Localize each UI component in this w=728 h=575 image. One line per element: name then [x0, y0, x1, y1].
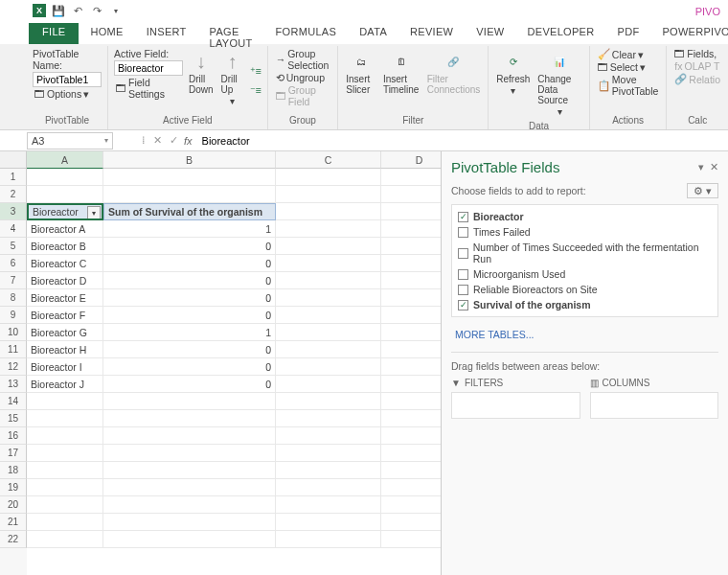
row-header[interactable]: 3: [0, 203, 27, 220]
checkbox-icon[interactable]: [458, 248, 468, 259]
cell[interactable]: [276, 479, 381, 496]
expand-field-icon[interactable]: ⁺≡: [250, 65, 262, 77]
cell[interactable]: 0: [103, 341, 276, 358]
pane-dropdown-icon[interactable]: ▾: [698, 161, 704, 173]
field-settings-button[interactable]: 🗔Field Settings: [114, 77, 183, 100]
cell[interactable]: Bioreactor I: [27, 358, 103, 376]
checkbox-icon[interactable]: [458, 269, 468, 280]
row-header[interactable]: 9: [0, 307, 27, 324]
row-header[interactable]: 12: [0, 358, 27, 376]
cell[interactable]: [103, 445, 276, 462]
active-field-input[interactable]: [114, 60, 183, 76]
cell[interactable]: 0: [103, 272, 276, 289]
options-button[interactable]: 🗔Options ▾: [33, 88, 102, 100]
tab-view[interactable]: VIEW: [465, 23, 515, 44]
row-header[interactable]: 16: [0, 427, 27, 445]
tab-file[interactable]: FILE: [29, 23, 79, 44]
clear-button[interactable]: 🧹 Clear ▾: [596, 48, 660, 60]
cell[interactable]: Bioreactor D: [27, 272, 103, 289]
row-header[interactable]: 14: [0, 393, 27, 410]
redo-icon[interactable]: ↷: [90, 4, 103, 17]
column-header[interactable]: A: [27, 151, 103, 169]
cell[interactable]: [276, 186, 381, 203]
tab-formulas[interactable]: FORMULAS: [264, 23, 349, 44]
row-header[interactable]: 6: [0, 255, 27, 272]
cell[interactable]: [276, 220, 381, 238]
row-header[interactable]: 22: [0, 531, 27, 548]
pivot-filter-icon[interactable]: ▾: [87, 206, 101, 219]
cell[interactable]: [27, 479, 103, 496]
cell[interactable]: [27, 445, 103, 462]
refresh-button[interactable]: ⟳Refresh ▾: [494, 48, 532, 119]
cell[interactable]: [103, 479, 276, 496]
cell[interactable]: 1: [103, 324, 276, 341]
field-list-item[interactable]: Microorganism Used: [454, 266, 716, 282]
cell[interactable]: [27, 169, 103, 186]
row-header[interactable]: 18: [0, 462, 27, 479]
cell[interactable]: [103, 514, 276, 531]
tab-review[interactable]: REVIEW: [398, 23, 465, 44]
checkbox-icon[interactable]: ✓: [458, 300, 468, 310]
ungroup-button[interactable]: ⟲ Ungroup: [274, 72, 332, 83]
cell[interactable]: [276, 393, 381, 410]
row-header[interactable]: 4: [0, 220, 27, 238]
row-header[interactable]: 5: [0, 238, 27, 255]
cell[interactable]: [27, 531, 103, 548]
select-all-corner[interactable]: [0, 151, 27, 169]
cell[interactable]: [27, 462, 103, 479]
row-header[interactable]: 1: [0, 169, 27, 186]
pivottable-name-input[interactable]: [33, 72, 102, 87]
insert-slicer-button[interactable]: 🗂Insert Slicer: [344, 48, 377, 113]
cell[interactable]: [276, 427, 381, 445]
cell[interactable]: [276, 410, 381, 427]
checkbox-icon[interactable]: [458, 227, 468, 238]
row-header[interactable]: 2: [0, 186, 27, 203]
undo-icon[interactable]: ↶: [71, 4, 84, 17]
tab-page-layout[interactable]: PAGE LAYOUT: [198, 23, 264, 44]
row-header[interactable]: 8: [0, 289, 27, 307]
cell[interactable]: Bioreactor E: [27, 289, 103, 307]
cell[interactable]: [276, 272, 381, 289]
drill-up-button[interactable]: ↑ Drill Up ▾: [219, 48, 246, 113]
field-list-item[interactable]: Reliable Bioreactors on Site: [454, 282, 716, 297]
insert-timeline-button[interactable]: 🗓Insert Timeline: [381, 48, 421, 113]
cell[interactable]: [276, 514, 381, 531]
cell[interactable]: [103, 496, 276, 514]
change-data-source-button[interactable]: 📊Change Data Source ▾: [535, 48, 583, 119]
row-header[interactable]: 20: [0, 496, 27, 514]
move-pivottable-button[interactable]: 📋 Move PivotTable: [596, 74, 660, 97]
cell[interactable]: [276, 255, 381, 272]
row-header[interactable]: 10: [0, 324, 27, 341]
cell[interactable]: [103, 427, 276, 445]
tab-powerpivot[interactable]: POWERPIVOT: [650, 23, 728, 44]
cell[interactable]: [27, 514, 103, 531]
column-header[interactable]: C: [276, 151, 381, 169]
cell[interactable]: Bioreactor H: [27, 341, 103, 358]
collapse-field-icon[interactable]: ⁻≡: [250, 84, 262, 96]
field-list-item[interactable]: Times Failed: [454, 224, 716, 240]
name-box-dropdown-icon[interactable]: ▾: [104, 136, 108, 145]
cell[interactable]: [103, 410, 276, 427]
cell[interactable]: 0: [103, 307, 276, 324]
cell[interactable]: 0: [103, 255, 276, 272]
save-icon[interactable]: 💾: [52, 4, 65, 17]
cell[interactable]: [276, 238, 381, 255]
field-list-item[interactable]: ✓Bioreactor: [454, 209, 716, 224]
pane-tools-button[interactable]: ⚙ ▾: [687, 183, 718, 198]
formula-input[interactable]: [198, 134, 728, 148]
cell[interactable]: Bioreactor▾: [27, 203, 103, 220]
cell[interactable]: [103, 462, 276, 479]
cell[interactable]: Bioreactor J: [27, 376, 103, 393]
cell[interactable]: [276, 289, 381, 307]
cell[interactable]: 1: [103, 220, 276, 238]
name-box[interactable]: A3▾: [27, 132, 113, 150]
drill-down-button[interactable]: ↓ Drill Down: [187, 48, 216, 113]
columns-area[interactable]: ▥COLUMNS: [590, 378, 719, 419]
tab-home[interactable]: HOME: [79, 23, 134, 44]
more-tables-link[interactable]: MORE TABLES...: [451, 325, 718, 344]
relationships-button[interactable]: 🔗 Relatio: [672, 73, 722, 85]
cell[interactable]: Bioreactor G: [27, 324, 103, 341]
filters-area[interactable]: ▼FILTERS: [451, 378, 580, 419]
cell[interactable]: 0: [103, 289, 276, 307]
row-header[interactable]: 13: [0, 376, 27, 393]
